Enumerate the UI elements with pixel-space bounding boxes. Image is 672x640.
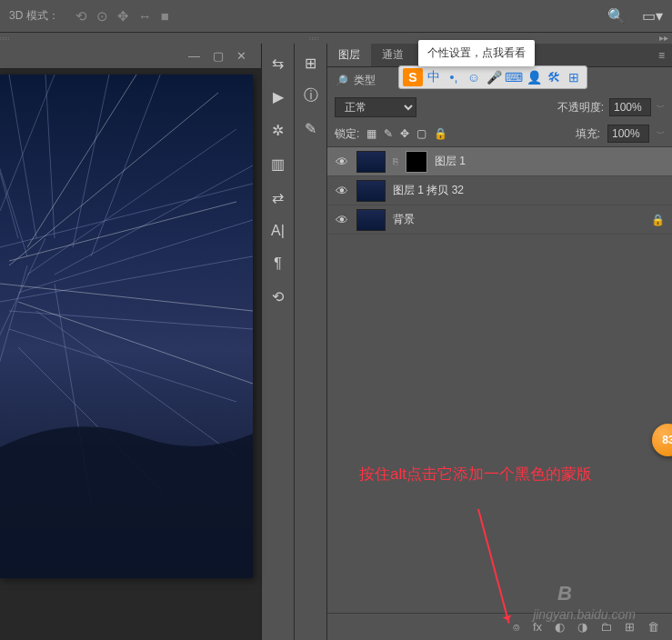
- paragraph-icon[interactable]: ¶: [274, 255, 282, 272]
- opacity-label: 不透明度:: [557, 100, 604, 115]
- ime-toolbar[interactable]: S 中 •, ☺ 🎤 ⌨ 👤 🛠 ⊞: [398, 65, 587, 89]
- watermark-logo: B: [557, 582, 572, 605]
- lock-label: 锁定:: [335, 126, 359, 142]
- lock-icon: 🔒: [651, 214, 665, 226]
- canvas-panel: — ▢ ✕: [0, 44, 262, 640]
- filter-search-icon[interactable]: 🔎: [335, 75, 348, 87]
- ime-voice-icon[interactable]: 🎤: [485, 68, 503, 86]
- new-group-icon[interactable]: 🗀: [600, 620, 612, 634]
- blend-mode-select[interactable]: 正常: [335, 97, 416, 117]
- watermark-text: jingyan.baidu.com: [533, 607, 636, 622]
- ime-grid-icon[interactable]: ⊞: [565, 68, 583, 86]
- svg-line-1: [9, 75, 36, 238]
- layer-fx-icon[interactable]: fx: [533, 620, 542, 634]
- canvas-image[interactable]: [0, 75, 253, 578]
- slide-icon[interactable]: ↔: [138, 8, 152, 25]
- svg-line-23: [18, 302, 253, 384]
- svg-line-6: [27, 129, 236, 275]
- mask-thumbnail[interactable]: [406, 151, 427, 173]
- chevron-down-icon[interactable]: ﹀: [657, 102, 665, 114]
- maximize-icon[interactable]: ▢: [213, 49, 224, 63]
- layer-thumbnail[interactable]: [356, 151, 386, 173]
- filter-type-label: 类型: [354, 73, 376, 88]
- lock-artboard-icon[interactable]: ▢: [416, 127, 426, 140]
- ime-punct-icon[interactable]: •,: [445, 68, 463, 86]
- visibility-icon[interactable]: 👁: [335, 155, 349, 169]
- swap-icon[interactable]: ⇄: [272, 189, 284, 206]
- fill-label: 填充:: [576, 126, 600, 142]
- layer-thumbnail[interactable]: [356, 209, 386, 231]
- panel-menu-icon[interactable]: ≡: [658, 49, 672, 62]
- sogou-logo-icon[interactable]: S: [403, 68, 423, 86]
- camera-icon[interactable]: ■: [161, 8, 169, 25]
- layer-name[interactable]: 图层 1: [435, 154, 466, 169]
- share-icon[interactable]: ⟲: [272, 288, 284, 305]
- minimize-icon[interactable]: —: [188, 49, 200, 63]
- info-icon[interactable]: ⓘ: [304, 86, 318, 105]
- histogram-icon[interactable]: ▥: [271, 155, 285, 173]
- lock-transparency-icon[interactable]: ▦: [366, 127, 376, 140]
- opacity-value[interactable]: 100%: [609, 98, 651, 116]
- props-column: ⊞ ⓘ ✎: [295, 44, 327, 640]
- svg-line-16: [0, 238, 45, 393]
- arrange-icon[interactable]: ▭▾: [642, 7, 663, 25]
- ime-emoji-icon[interactable]: ☺: [465, 68, 483, 86]
- snowflake-icon[interactable]: ✲: [272, 122, 284, 139]
- play-icon[interactable]: ▶: [273, 88, 284, 105]
- mask-link-icon[interactable]: ⎘: [393, 156, 398, 166]
- orbit-icon[interactable]: ⟲: [75, 8, 87, 25]
- panel-grip-icon[interactable]: ∷∷∷: [0, 35, 24, 41]
- ime-skin-icon[interactable]: 👤: [525, 68, 543, 86]
- svg-line-4: [91, 75, 164, 256]
- tab-layers[interactable]: 图层: [327, 44, 371, 66]
- layer-thumbnail[interactable]: [356, 180, 386, 202]
- layer-row[interactable]: 👁 图层 1 拷贝 32: [327, 176, 672, 205]
- svg-line-17: [0, 265, 27, 456]
- adjustments-icon[interactable]: ⊞: [305, 55, 316, 72]
- fill-value[interactable]: 100%: [607, 125, 649, 143]
- ime-toolbox-icon[interactable]: 🛠: [545, 68, 563, 86]
- svg-line-2: [45, 75, 55, 238]
- svg-line-7: [0, 184, 253, 247]
- tools-column: ⇆ ▶ ✲ ▥ ⇄ A| ¶ ⟲: [262, 44, 295, 640]
- chevron-down-icon[interactable]: ﹀: [657, 128, 665, 140]
- svg-line-10: [9, 329, 236, 402]
- add-mask-icon[interactable]: ◐: [555, 620, 565, 634]
- 3d-toggle-icon[interactable]: ⇆: [272, 55, 284, 72]
- new-layer-icon[interactable]: ⊞: [625, 620, 635, 634]
- svg-line-21: [0, 284, 253, 311]
- close-icon[interactable]: ✕: [236, 49, 246, 63]
- svg-line-9: [9, 311, 253, 329]
- new-adjustment-icon[interactable]: ◑: [577, 620, 587, 634]
- collapse-icon[interactable]: ▸▸: [659, 33, 668, 43]
- delete-layer-icon[interactable]: 🗑: [647, 620, 659, 634]
- svg-line-5: [0, 111, 27, 256]
- tab-channels[interactable]: 通道: [371, 44, 415, 66]
- svg-line-13: [0, 75, 55, 211]
- layer-name[interactable]: 背景: [393, 212, 415, 227]
- svg-line-14: [55, 165, 253, 275]
- layer-name[interactable]: 图层 1 拷贝 32: [393, 183, 464, 198]
- type-icon[interactable]: A|: [271, 223, 285, 239]
- link-layers-icon[interactable]: ⌾: [513, 620, 520, 634]
- search-icon[interactable]: 🔍: [607, 7, 626, 25]
- rotate-icon[interactable]: ⊙: [96, 8, 108, 25]
- svg-line-20: [9, 202, 236, 261]
- lock-position-icon[interactable]: ✥: [400, 127, 409, 140]
- lock-pixels-icon[interactable]: ✎: [384, 127, 393, 140]
- layer-row[interactable]: 👁 背景 🔒: [327, 205, 672, 235]
- brush-icon[interactable]: ✎: [305, 120, 316, 137]
- pan-icon[interactable]: ✥: [117, 8, 129, 25]
- svg-line-19: [9, 93, 218, 265]
- panel-grip-icon[interactable]: ∷∷∷: [309, 35, 333, 41]
- svg-line-8: [0, 256, 253, 302]
- lock-all-icon[interactable]: 🔒: [434, 127, 447, 140]
- visibility-icon[interactable]: 👁: [335, 184, 349, 198]
- svg-line-22: [27, 75, 136, 247]
- visibility-icon[interactable]: 👁: [335, 213, 349, 227]
- svg-line-0: [0, 75, 18, 238]
- layer-row[interactable]: 👁 ⎘ 图层 1: [327, 147, 672, 176]
- ime-lang[interactable]: 中: [425, 68, 443, 86]
- ime-softkb-icon[interactable]: ⌨: [505, 68, 523, 86]
- layer-list: 👁 ⎘ 图层 1 👁 图层 1 拷贝 32 👁 背景 🔒: [327, 147, 672, 613]
